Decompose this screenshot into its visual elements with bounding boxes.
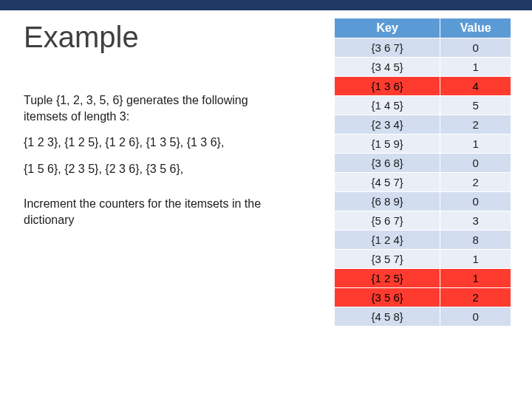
cell-value: 3 bbox=[440, 211, 511, 231]
cell-key: {3 5 6} bbox=[335, 288, 440, 307]
cell-value: 1 bbox=[440, 134, 511, 154]
paragraph-itemsets-2: {1 5 6}, {2 3 5}, {2 3 6}, {3 5 6}, bbox=[24, 161, 282, 177]
cell-value: 4 bbox=[440, 77, 511, 96]
table-row: {1 3 6}4 bbox=[335, 77, 511, 96]
table-row: {3 5 6}2 bbox=[335, 288, 511, 307]
cell-value: 0 bbox=[440, 154, 511, 173]
table-header-row: Key Value bbox=[335, 18, 511, 38]
header-key: Key bbox=[335, 18, 440, 38]
table-row: {5 6 7}3 bbox=[335, 211, 511, 231]
table-row: {3 4 5}1 bbox=[335, 58, 511, 77]
cell-key: {3 6 8} bbox=[335, 154, 440, 173]
cell-key: {1 3 6} bbox=[335, 77, 440, 96]
key-value-table: Key Value {3 6 7}0{3 4 5}1{1 3 6}4{1 4 5… bbox=[334, 18, 511, 327]
cell-value: 0 bbox=[440, 38, 511, 58]
cell-key: {1 2 4} bbox=[335, 231, 440, 250]
table-row: {1 2 4}8 bbox=[335, 231, 511, 250]
table-row: {4 5 7}2 bbox=[335, 173, 511, 192]
page-title: Example bbox=[24, 21, 139, 54]
cell-key: {1 2 5} bbox=[335, 269, 440, 288]
slide: Example Tuple {1, 2, 3, 5, 6} generates … bbox=[0, 0, 532, 399]
cell-key: {5 6 7} bbox=[335, 211, 440, 231]
table-row: {3 6 7}0 bbox=[335, 38, 511, 58]
body-text: Tuple {1, 2, 3, 5, 6} generates the foll… bbox=[24, 92, 282, 239]
cell-key: {3 6 7} bbox=[335, 38, 440, 58]
paragraph-intro: Tuple {1, 2, 3, 5, 6} generates the foll… bbox=[24, 92, 282, 124]
cell-value: 0 bbox=[440, 192, 511, 211]
table-row: {1 5 9}1 bbox=[335, 134, 511, 154]
top-bar bbox=[0, 0, 532, 10]
cell-value: 5 bbox=[440, 96, 511, 115]
cell-key: {1 4 5} bbox=[335, 96, 440, 115]
table-row: {4 5 8}0 bbox=[335, 307, 511, 327]
header-value: Value bbox=[440, 18, 511, 38]
cell-key: {2 3 4} bbox=[335, 115, 440, 134]
cell-value: 2 bbox=[440, 288, 511, 307]
cell-value: 1 bbox=[440, 250, 511, 269]
cell-key: {3 5 7} bbox=[335, 250, 440, 269]
table-row: {1 2 5}1 bbox=[335, 269, 511, 288]
cell-value: 1 bbox=[440, 269, 511, 288]
cell-key: {6 8 9} bbox=[335, 192, 440, 211]
cell-value: 8 bbox=[440, 231, 511, 250]
table: Key Value {3 6 7}0{3 4 5}1{1 3 6}4{1 4 5… bbox=[334, 18, 511, 327]
paragraph-increment: Increment the counters for the itemsets … bbox=[24, 196, 282, 228]
cell-key: {4 5 8} bbox=[335, 307, 440, 327]
table-row: {1 4 5}5 bbox=[335, 96, 511, 115]
cell-key: {3 4 5} bbox=[335, 58, 440, 77]
table-row: {6 8 9}0 bbox=[335, 192, 511, 211]
cell-value: 0 bbox=[440, 307, 511, 327]
cell-value: 2 bbox=[440, 115, 511, 134]
cell-value: 2 bbox=[440, 173, 511, 192]
table-row: {3 5 7}1 bbox=[335, 250, 511, 269]
table-row: {2 3 4}2 bbox=[335, 115, 511, 134]
cell-value: 1 bbox=[440, 58, 511, 77]
cell-key: {1 5 9} bbox=[335, 134, 440, 154]
paragraph-itemsets-1: {1 2 3}, {1 2 5}, {1 2 6}, {1 3 5}, {1 3… bbox=[24, 134, 282, 151]
cell-key: {4 5 7} bbox=[335, 173, 440, 192]
table-row: {3 6 8}0 bbox=[335, 154, 511, 173]
